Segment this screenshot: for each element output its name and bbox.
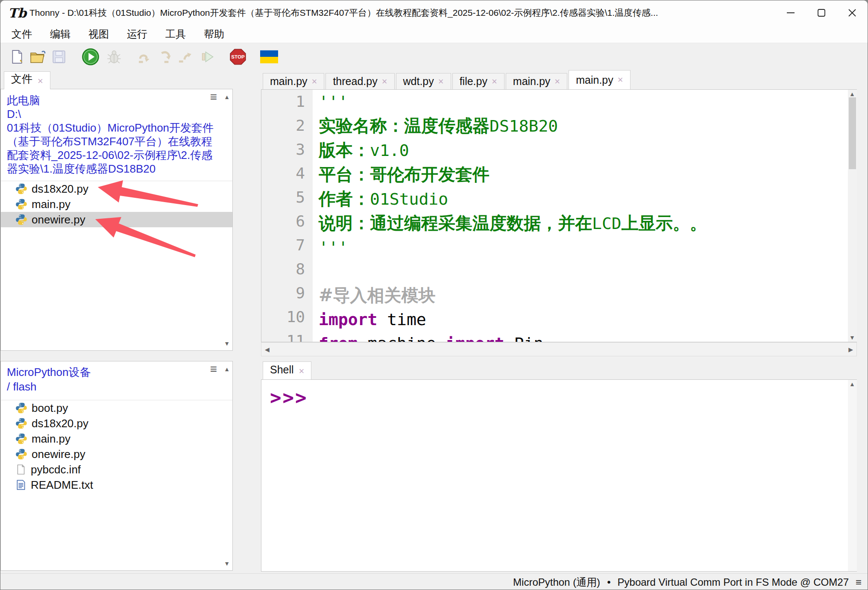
file-row-pybcdc.inf[interactable]: pybcdc.inf: [1, 462, 232, 477]
editor-tab-main.py-5[interactable]: main.py×: [569, 70, 630, 89]
files-tab-label: 文件: [11, 72, 32, 86]
menu-item-文件[interactable]: 文件: [3, 26, 41, 43]
open-file-button[interactable]: [29, 46, 47, 68]
menu-item-视图[interactable]: 视图: [80, 26, 117, 43]
menu-item-帮助[interactable]: 帮助: [195, 26, 233, 43]
menu-item-运行[interactable]: 运行: [118, 26, 156, 43]
panel-menu-icon[interactable]: ≡: [210, 365, 217, 373]
editor-vertical-scrollbar[interactable]: ▲ ▼: [848, 90, 857, 342]
file-row-ds18x20.py[interactable]: ds18x20.py: [1, 416, 232, 431]
file-row-ds18x20.py[interactable]: ds18x20.py: [1, 181, 232, 197]
code-segment: import: [446, 334, 504, 342]
code-editor[interactable]: 1234567891011 '''实验名称：温度传感器DS18B20版本：v1.…: [261, 89, 857, 342]
tab-close-icon[interactable]: ×: [438, 76, 444, 87]
file-row-onewire.py[interactable]: onewire.py: [1, 446, 232, 462]
svg-text:STOP: STOP: [231, 54, 245, 59]
file-name-label: boot.py: [32, 402, 68, 415]
editor-tab-thread.py-1[interactable]: thread.py×: [326, 73, 394, 89]
scroll-down-icon[interactable]: ▼: [224, 560, 230, 567]
editor-tab-wdt.py-2[interactable]: wdt.py×: [396, 73, 451, 89]
code-line-4: 平台：哥伦布开发套件: [319, 162, 856, 187]
file-row-README.txt[interactable]: README.txt: [1, 477, 232, 493]
editor-horizontal-scrollbar[interactable]: ◀ ▶: [261, 342, 857, 356]
resume-icon: [200, 50, 215, 64]
code-line-9: #导入相关模块: [319, 283, 856, 308]
step-over-button[interactable]: [137, 46, 153, 68]
status-menu-icon[interactable]: ≡: [856, 578, 862, 587]
menu-item-编辑[interactable]: 编辑: [41, 26, 79, 43]
tab-close-icon[interactable]: ×: [618, 74, 623, 85]
scroll-down-icon[interactable]: ▼: [849, 334, 855, 341]
code-line-8: [319, 259, 856, 283]
ukraine-flag-button[interactable]: [260, 46, 278, 68]
menu-bar: 文件编辑视图运行工具帮助: [0, 25, 868, 43]
line-number: 10: [261, 305, 305, 329]
status-bar: MicroPython (通用) • Pyboard Virtual Comm …: [0, 573, 868, 590]
tree-drive-link[interactable]: D:\: [7, 107, 215, 121]
code-segment: 实验名称：温度传感器: [319, 116, 490, 135]
file-row-onewire.py[interactable]: onewire.py: [1, 212, 232, 227]
new-file-button[interactable]: [10, 46, 24, 68]
scroll-up-icon[interactable]: ▲: [224, 94, 230, 100]
device-panel-title[interactable]: MicroPython设备: [7, 365, 215, 379]
debug-script-button[interactable]: [106, 46, 122, 68]
code-area[interactable]: '''实验名称：温度传感器DS18B20版本：v1.0平台：哥伦布开发套件作者：…: [313, 90, 856, 342]
editor-tab-main.py-0[interactable]: main.py×: [263, 73, 324, 89]
code-line-6: 说明：通过编程采集温度数据，并在LCD上显示。。: [319, 211, 856, 235]
interpreter-label[interactable]: MicroPython (通用): [513, 575, 600, 589]
editor-tab-label: main.py: [513, 75, 551, 88]
code-segment: 版本：: [319, 140, 370, 160]
tab-shell[interactable]: Shell ×: [263, 361, 311, 379]
step-out-icon: [177, 50, 194, 64]
line-number: 7: [261, 233, 305, 257]
toolbar: STOP: [0, 44, 868, 70]
step-into-button[interactable]: [158, 46, 174, 68]
file-row-main.py[interactable]: main.py: [1, 197, 232, 212]
file-name-label: onewire.py: [32, 213, 85, 226]
device-root-path[interactable]: / flash: [7, 379, 215, 394]
save-file-button[interactable]: [52, 46, 66, 68]
scroll-up-icon[interactable]: ▲: [849, 381, 855, 387]
python-file-icon: [15, 198, 27, 210]
thonny-logo-icon: Tb: [8, 6, 27, 21]
minimize-button[interactable]: [775, 0, 806, 25]
step-out-button[interactable]: [177, 46, 194, 68]
port-label[interactable]: Pyboard Virtual Comm Port in FS Mode @ C…: [618, 576, 849, 588]
text-file-icon: [15, 479, 26, 490]
code-segment: ''': [319, 92, 348, 111]
shell-panel[interactable]: >>>: [261, 379, 857, 572]
resume-button[interactable]: [200, 46, 215, 68]
editor-tab-file.py-3[interactable]: file.py×: [452, 73, 504, 89]
menu-item-工具[interactable]: 工具: [157, 26, 194, 43]
window-title: Thonny - D:\01科技（01Studio）MicroPython开发套…: [29, 7, 658, 19]
file-row-main.py[interactable]: main.py: [1, 431, 232, 446]
maximize-button[interactable]: [806, 0, 837, 25]
title-bar: Tb Thonny - D:\01科技（01Studio）MicroPython…: [0, 0, 868, 25]
tree-folder-link[interactable]: 01科技（01Studio）MicroPython开发套件（基于哥伦布STM32…: [7, 121, 215, 176]
tab-close-icon[interactable]: ×: [554, 76, 560, 87]
scroll-up-icon[interactable]: ▲: [224, 366, 230, 373]
scroll-down-icon[interactable]: ▼: [224, 340, 230, 347]
run-script-button[interactable]: [82, 46, 100, 68]
scrollbar-thumb[interactable]: [849, 97, 856, 169]
tab-close-icon[interactable]: ×: [299, 367, 305, 376]
files-list: ds18x20.pymain.pyonewire.py: [1, 181, 232, 227]
scroll-right-icon[interactable]: ▶: [848, 346, 853, 353]
tab-close-icon[interactable]: ×: [492, 76, 497, 87]
tab-close-icon[interactable]: ×: [38, 76, 43, 86]
file-name-label: ds18x20.py: [32, 417, 88, 430]
tab-close-icon[interactable]: ×: [382, 76, 387, 87]
tab-close-icon[interactable]: ×: [312, 76, 317, 87]
close-button[interactable]: [837, 0, 868, 25]
python-file-icon: [15, 183, 27, 195]
panel-menu-icon[interactable]: ≡: [210, 93, 217, 101]
tree-root-link[interactable]: 此电脑: [7, 94, 215, 107]
shell-vertical-scrollbar[interactable]: ▲: [848, 380, 857, 571]
scroll-up-icon[interactable]: ▲: [849, 91, 855, 97]
file-row-boot.py[interactable]: boot.py: [1, 400, 232, 416]
tab-files[interactable]: 文件 ×: [4, 71, 50, 89]
bug-icon: [106, 49, 122, 65]
scroll-left-icon[interactable]: ◀: [265, 346, 270, 353]
editor-tab-main.py-4[interactable]: main.py×: [506, 73, 567, 89]
stop-restart-button[interactable]: STOP: [229, 46, 246, 68]
